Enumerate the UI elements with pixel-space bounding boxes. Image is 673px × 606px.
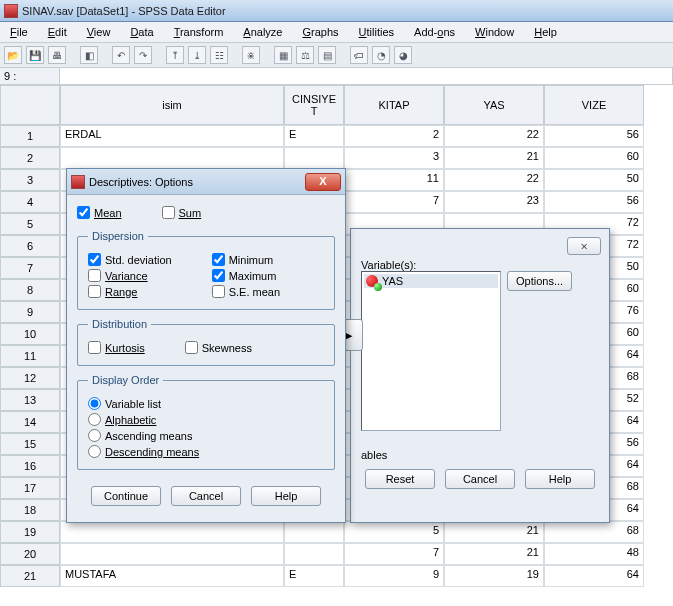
- row-header[interactable]: 11: [0, 345, 60, 367]
- menu-file[interactable]: File: [6, 24, 32, 40]
- cell-yas[interactable]: 22: [444, 169, 544, 191]
- row-header[interactable]: 7: [0, 257, 60, 279]
- col-header-isim[interactable]: isim: [60, 85, 284, 125]
- cell-cinsiyet[interactable]: [284, 147, 344, 169]
- range-checkbox[interactable]: Range: [88, 285, 172, 298]
- col-header-rownum[interactable]: [0, 85, 60, 125]
- menu-view[interactable]: View: [83, 24, 115, 40]
- menu-transform[interactable]: Transform: [170, 24, 228, 40]
- row-header[interactable]: 5: [0, 213, 60, 235]
- row-header[interactable]: 8: [0, 279, 60, 301]
- reset-button[interactable]: Reset: [365, 469, 435, 489]
- cell-isim[interactable]: MUSTAFA: [60, 565, 284, 587]
- cell-cinsiyet[interactable]: [284, 521, 344, 543]
- menu-help[interactable]: Help: [530, 24, 561, 40]
- row-header[interactable]: 19: [0, 521, 60, 543]
- row-header[interactable]: 10: [0, 323, 60, 345]
- alphabetic-radio[interactable]: Alphabetic: [88, 413, 324, 426]
- cell-isim[interactable]: ERDAL: [60, 125, 284, 147]
- options-close-button[interactable]: X: [305, 173, 341, 191]
- cell-cinsiyet[interactable]: E: [284, 125, 344, 147]
- cell-yas[interactable]: 19: [444, 565, 544, 587]
- cell-vize[interactable]: 56: [544, 191, 644, 213]
- cancel-button[interactable]: Cancel: [445, 469, 515, 489]
- cell-yas[interactable]: 22: [444, 125, 544, 147]
- row-header[interactable]: 21: [0, 565, 60, 587]
- cell-kitap[interactable]: 3: [344, 147, 444, 169]
- row-header[interactable]: 13: [0, 389, 60, 411]
- cell-yas[interactable]: 21: [444, 543, 544, 565]
- row-header[interactable]: 6: [0, 235, 60, 257]
- row-header[interactable]: 12: [0, 367, 60, 389]
- row-header[interactable]: 2: [0, 147, 60, 169]
- cell-kitap[interactable]: 5: [344, 521, 444, 543]
- cell-isim[interactable]: [60, 543, 284, 565]
- cell-kitap[interactable]: 7: [344, 543, 444, 565]
- undo-icon[interactable]: ↶: [112, 46, 130, 64]
- variables-listbox[interactable]: YAS: [361, 271, 501, 431]
- cell-kitap[interactable]: 11: [344, 169, 444, 191]
- menu-analyze[interactable]: Analyze: [239, 24, 286, 40]
- cell-vize[interactable]: 50: [544, 169, 644, 191]
- row-header[interactable]: 18: [0, 499, 60, 521]
- minimum-checkbox[interactable]: Minimum: [212, 253, 280, 266]
- select-cases-icon[interactable]: ▤: [318, 46, 336, 64]
- cell-vize[interactable]: 68: [544, 521, 644, 543]
- print-icon[interactable]: 🖶: [48, 46, 66, 64]
- row-header[interactable]: 17: [0, 477, 60, 499]
- cell-ref-value[interactable]: [60, 68, 673, 84]
- row-header[interactable]: 3: [0, 169, 60, 191]
- row-header[interactable]: 14: [0, 411, 60, 433]
- kurtosis-checkbox[interactable]: Kurtosis: [88, 341, 145, 354]
- row-header[interactable]: 20: [0, 543, 60, 565]
- sum-checkbox[interactable]: Sum: [162, 206, 202, 219]
- mean-checkbox[interactable]: Mean: [77, 206, 122, 219]
- cell-vize[interactable]: 64: [544, 565, 644, 587]
- cell-kitap[interactable]: 2: [344, 125, 444, 147]
- ascending-radio[interactable]: Ascending means: [88, 429, 324, 442]
- cell-kitap[interactable]: 7: [344, 191, 444, 213]
- semean-checkbox[interactable]: S.E. mean: [212, 285, 280, 298]
- std-checkbox[interactable]: Std. deviation: [88, 253, 172, 266]
- col-header-vize[interactable]: VIZE: [544, 85, 644, 125]
- col-header-kitap[interactable]: KITAP: [344, 85, 444, 125]
- menu-data[interactable]: Data: [126, 24, 157, 40]
- goto-case-icon[interactable]: ⤒: [166, 46, 184, 64]
- split-file-icon[interactable]: ▦: [274, 46, 292, 64]
- row-header[interactable]: 1: [0, 125, 60, 147]
- cell-cinsiyet[interactable]: [284, 543, 344, 565]
- cancel-button[interactable]: Cancel: [171, 486, 241, 506]
- dialog-recall-icon[interactable]: ◧: [80, 46, 98, 64]
- menu-utilities[interactable]: Utilities: [355, 24, 398, 40]
- menu-graphs[interactable]: Graphs: [298, 24, 342, 40]
- menu-edit[interactable]: Edit: [44, 24, 71, 40]
- help-button[interactable]: Help: [525, 469, 595, 489]
- cell-kitap[interactable]: 9: [344, 565, 444, 587]
- cell-yas[interactable]: 21: [444, 521, 544, 543]
- weight-icon[interactable]: ⚖: [296, 46, 314, 64]
- descending-radio[interactable]: Descending means: [88, 445, 324, 458]
- find-icon[interactable]: ⛯: [242, 46, 260, 64]
- cell-vize[interactable]: 56: [544, 125, 644, 147]
- value-labels-icon[interactable]: 🏷: [350, 46, 368, 64]
- variable-list-radio[interactable]: Variable list: [88, 397, 324, 410]
- menu-window[interactable]: Window: [471, 24, 518, 40]
- goto-var-icon[interactable]: ⤓: [188, 46, 206, 64]
- save-icon[interactable]: 💾: [26, 46, 44, 64]
- row-header[interactable]: 9: [0, 301, 60, 323]
- continue-button[interactable]: Continue: [91, 486, 161, 506]
- show-all-icon[interactable]: ◕: [394, 46, 412, 64]
- redo-icon[interactable]: ↷: [134, 46, 152, 64]
- variance-checkbox[interactable]: Variance: [88, 269, 172, 282]
- maximum-checkbox[interactable]: Maximum: [212, 269, 280, 282]
- cell-isim[interactable]: [60, 147, 284, 169]
- skewness-checkbox[interactable]: Skewness: [185, 341, 252, 354]
- open-icon[interactable]: 📂: [4, 46, 22, 64]
- row-header[interactable]: 16: [0, 455, 60, 477]
- variable-item[interactable]: YAS: [364, 274, 498, 288]
- cell-yas[interactable]: 23: [444, 191, 544, 213]
- menu-addons[interactable]: Add-ons: [410, 24, 459, 40]
- cell-isim[interactable]: [60, 521, 284, 543]
- col-header-cinsiyet[interactable]: CINSIYE T: [284, 85, 344, 125]
- cell-yas[interactable]: 21: [444, 147, 544, 169]
